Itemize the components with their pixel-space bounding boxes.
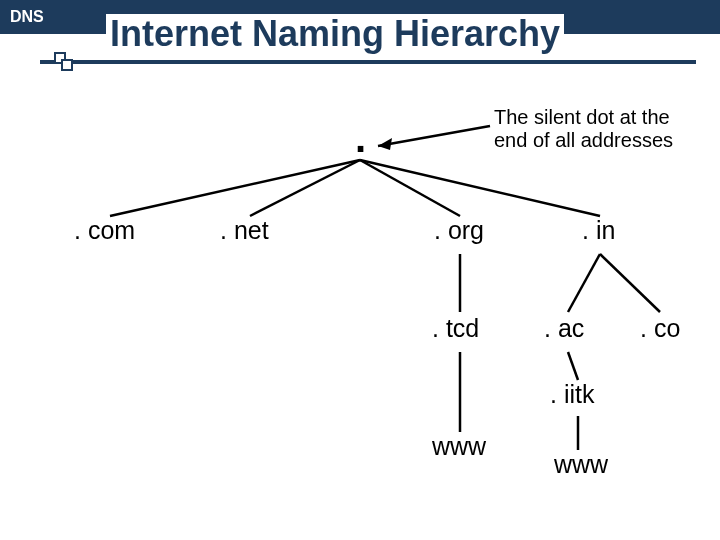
node-www-iitk: www [554, 450, 608, 479]
node-iitk: . iitk [550, 380, 594, 409]
svg-line-5 [360, 160, 600, 216]
svg-line-2 [110, 160, 360, 216]
node-org: . org [434, 216, 484, 245]
svg-line-8 [600, 254, 660, 312]
node-co: . co [640, 314, 680, 343]
node-tcd: . tcd [432, 314, 479, 343]
node-com: . com [74, 216, 135, 245]
annotation-line2: end of all addresses [494, 129, 673, 151]
annotation-line1: The silent dot at the [494, 106, 670, 128]
svg-line-4 [360, 160, 460, 216]
node-root-dot: . [355, 116, 366, 161]
svg-line-10 [568, 352, 578, 380]
svg-marker-1 [378, 138, 392, 150]
page-title: Internet Naming Hierarchy [106, 14, 564, 54]
root-annotation: The silent dot at the end of all address… [494, 106, 673, 152]
svg-line-7 [568, 254, 600, 312]
svg-line-3 [250, 160, 360, 216]
node-net: . net [220, 216, 269, 245]
node-in: . in [582, 216, 615, 245]
diagram-canvas: . The silent dot at the end of all addre… [0, 64, 720, 504]
svg-line-0 [378, 126, 490, 146]
node-ac: . ac [544, 314, 584, 343]
header-label: DNS [10, 8, 44, 26]
node-www-tcd: www [432, 432, 486, 461]
